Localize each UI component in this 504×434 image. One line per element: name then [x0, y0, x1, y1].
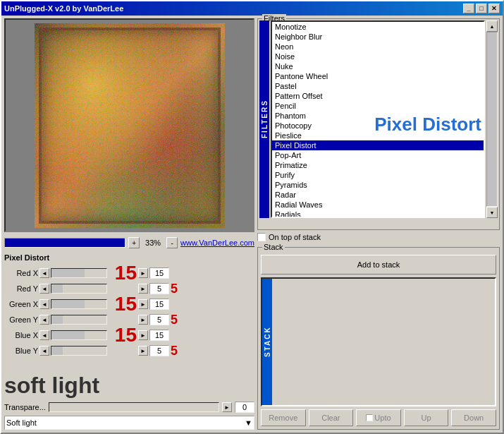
filter-list-container: FILTERS MonotizeNeighbor BlurNeonNoiseNu…	[259, 20, 498, 218]
greenx-input[interactable]	[149, 299, 169, 310]
transparency-right-btn[interactable]: ►	[222, 402, 232, 412]
left-panel: + 33% - www.VanDerLee.com Pixel Distort …	[4, 18, 254, 430]
scroll-down-btn[interactable]: ▼	[486, 207, 498, 218]
bluey-input[interactable]	[149, 345, 169, 356]
remove-button[interactable]: Remove	[261, 409, 306, 426]
main-window: UnPlugged-X v2.0 by VanDerLee _ □ ✕	[0, 0, 504, 434]
greenx-right-btn[interactable]: ►	[138, 299, 148, 309]
redy-track[interactable]	[51, 284, 107, 294]
filter-item[interactable]: Photocopy	[272, 121, 484, 131]
preview-canvas	[35, 23, 225, 228]
on-top-checkbox[interactable]	[257, 233, 266, 241]
redx-input[interactable]	[149, 267, 169, 279]
filter-item[interactable]: Radials	[272, 210, 484, 218]
redx-left-btn[interactable]: ◄	[39, 268, 49, 278]
on-top-label: On top of stack	[269, 233, 321, 241]
preview-area	[4, 18, 254, 232]
close-button[interactable]: ✕	[488, 4, 500, 13]
filter-item[interactable]: Pattern Offset	[272, 91, 484, 101]
filter-item[interactable]: Neon	[272, 42, 484, 52]
filter-list[interactable]: MonotizeNeighbor BlurNeonNoiseNukePanton…	[271, 20, 485, 218]
redx-row: Red X ◄ 15 ►	[4, 266, 254, 280]
bluey-left-btn[interactable]: ◄	[39, 346, 49, 356]
window-title: UnPlugged-X v2.0 by VanDerLee	[4, 4, 123, 13]
upto-button[interactable]: Upto	[356, 409, 401, 426]
filter-item[interactable]: Primatize	[272, 160, 484, 170]
filter-item[interactable]: Neighbor Blur	[272, 32, 484, 42]
zoom-slider[interactable]	[4, 238, 125, 248]
greeny-right-btn[interactable]: ►	[138, 315, 148, 325]
maximize-button[interactable]: □	[476, 4, 487, 13]
redy-label: Red Y	[4, 284, 38, 293]
filter-scrollbar: ▲ ▼	[486, 20, 498, 218]
redy-right-btn[interactable]: ►	[138, 284, 148, 294]
website-link[interactable]: www.VanDerLee.com	[180, 239, 254, 247]
blendmode-arrow-icon: ▼	[245, 418, 252, 427]
clear-button[interactable]: Clear	[309, 409, 354, 426]
redx-track[interactable]	[51, 268, 107, 278]
art-noise	[35, 23, 225, 228]
bluey-side-val: 5	[171, 344, 182, 358]
greenx-left-btn[interactable]: ◄	[39, 299, 49, 309]
bluey-right-btn[interactable]: ►	[138, 346, 148, 356]
zoom-minus-button[interactable]: -	[166, 237, 178, 248]
upto-checkbox[interactable]	[366, 414, 373, 421]
filter-title: Pixel Distort	[4, 253, 254, 262]
upto-label: Upto	[374, 414, 391, 422]
up-button[interactable]: Up	[404, 409, 449, 426]
bluey-track[interactable]	[51, 346, 107, 356]
redy-side-val: 5	[171, 282, 182, 296]
zoom-bar: + 33% - www.VanDerLee.com	[4, 235, 254, 251]
redy-left-btn[interactable]: ◄	[39, 284, 49, 294]
filter-item[interactable]: Pastel	[272, 81, 484, 91]
bluex-input[interactable]	[149, 330, 169, 341]
scroll-track[interactable]	[486, 32, 498, 207]
filter-item[interactable]: Radar	[272, 190, 484, 200]
greenx-row: Green X ◄ 15 ►	[4, 297, 254, 311]
greeny-input[interactable]	[149, 314, 169, 325]
down-button[interactable]: Down	[451, 409, 496, 426]
transparency-input[interactable]	[235, 402, 254, 413]
bluex-track[interactable]	[51, 330, 107, 340]
greeny-left-btn[interactable]: ◄	[39, 315, 49, 325]
filter-item[interactable]: Pencil	[272, 101, 484, 111]
minimize-button[interactable]: _	[463, 4, 474, 13]
stack-group: Stack Add to stack STACK Remove Clear Up…	[257, 247, 500, 430]
title-bar-buttons: _ □ ✕	[463, 4, 500, 13]
filter-item[interactable]: Noise	[272, 52, 484, 61]
transparency-label: Transpare...	[4, 403, 46, 411]
filter-item[interactable]: Pieslice	[272, 131, 484, 140]
zoom-plus-button[interactable]: +	[128, 237, 140, 248]
filter-item[interactable]: Phantom	[272, 111, 484, 121]
redx-right-btn[interactable]: ►	[138, 268, 148, 278]
stack-buttons-row: Remove Clear Upto Up Down	[261, 409, 496, 426]
redy-input[interactable]	[149, 283, 169, 294]
greeny-track[interactable]	[51, 315, 107, 325]
filters-side-label: FILTERS	[259, 20, 269, 218]
filter-item[interactable]: Pop-Art	[272, 150, 484, 160]
greenx-track[interactable]	[51, 299, 107, 309]
blend-big-text: soft light	[4, 373, 99, 399]
blendmode-select[interactable]: Soft light ▼	[4, 416, 254, 430]
filter-item[interactable]: Pantone Wheel	[272, 71, 484, 81]
title-bar: UnPlugged-X v2.0 by VanDerLee _ □ ✕	[1, 1, 503, 16]
add-to-stack-button[interactable]: Add to stack	[261, 255, 496, 275]
filter-item[interactable]: Nuke	[272, 61, 484, 71]
filter-item[interactable]: Purify	[272, 170, 484, 180]
art-image	[35, 23, 225, 228]
greeny-label: Green Y	[4, 315, 38, 324]
zoom-percent: 33%	[142, 239, 164, 247]
right-panel: Filters FILTERS MonotizeNeighbor BlurNeo…	[257, 18, 500, 430]
bluex-right-btn[interactable]: ►	[138, 330, 148, 340]
filter-item[interactable]: Pixel Distort	[272, 140, 484, 150]
bluex-left-btn[interactable]: ◄	[39, 330, 49, 340]
transparency-track[interactable]	[49, 402, 219, 412]
stack-content	[272, 279, 495, 405]
redx-label: Red X	[4, 269, 38, 277]
filter-item[interactable]: Radial Waves	[272, 200, 484, 210]
blendmode-label: Soft light	[6, 418, 37, 427]
scroll-up-btn[interactable]: ▲	[486, 20, 498, 32]
filter-item[interactable]: Monotize	[272, 22, 484, 32]
bluex-row: Blue X ◄ 15 ►	[4, 328, 254, 342]
filter-item[interactable]: Pyramids	[272, 180, 484, 190]
